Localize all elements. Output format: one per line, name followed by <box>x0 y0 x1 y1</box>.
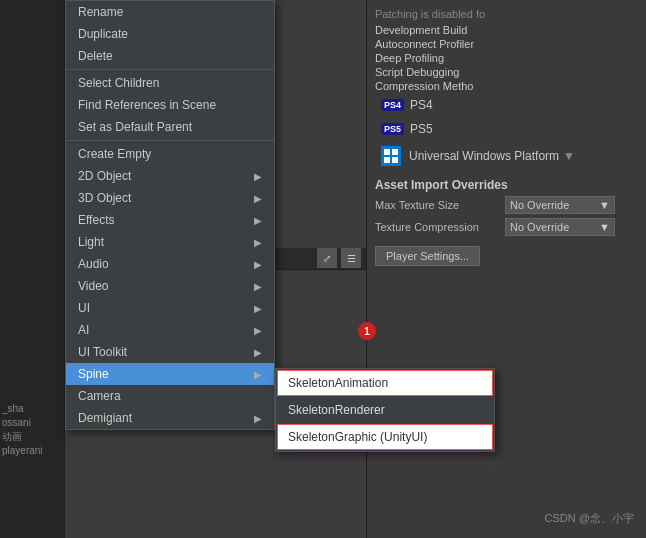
menu-item-ai-label: AI <box>78 323 89 337</box>
menu-item-camera[interactable]: Camera <box>66 385 274 407</box>
menu-item-camera-label: Camera <box>78 389 121 403</box>
menu-item-2d-object-label: 2D Object <box>78 169 131 183</box>
max-texture-row: Max Texture Size No Override ▼ <box>375 196 638 214</box>
arrow-demigiant: ▶ <box>254 413 262 424</box>
ps4-label: PS4 <box>410 98 433 112</box>
max-texture-arrow: ▼ <box>599 199 610 211</box>
ps4-platform-item[interactable]: PS4 PS4 <box>375 94 638 116</box>
menu-item-audio[interactable]: Audio ▶ <box>66 253 274 275</box>
menu-item-3d-object[interactable]: 3D Object ▶ <box>66 187 274 209</box>
arrow-audio: ▶ <box>254 259 262 270</box>
settings-icon[interactable]: ☰ <box>341 248 361 268</box>
autoconnect-label: Autoconnect Profiler <box>375 38 638 50</box>
texture-compression-value: No Override <box>510 221 569 233</box>
menu-item-select-children-label: Select Children <box>78 76 159 90</box>
texture-compression-label: Texture Compression <box>375 221 505 233</box>
deep-profiling-label: Deep Profiling <box>375 52 638 64</box>
max-texture-label: Max Texture Size <box>375 199 505 211</box>
menu-item-effects[interactable]: Effects ▶ <box>66 209 274 231</box>
svg-rect-1 <box>392 149 398 155</box>
sidebar-text-3: 动画 <box>2 430 43 444</box>
separator-1 <box>66 69 274 70</box>
menu-item-demigiant-label: Demigiant <box>78 411 132 425</box>
menu-item-set-default-parent[interactable]: Set as Default Parent <box>66 116 274 138</box>
player-settings-button[interactable]: Player Settings... <box>375 246 480 266</box>
menu-item-set-default-parent-label: Set as Default Parent <box>78 120 192 134</box>
submenu-skeleton-animation-label: SkeletonAnimation <box>288 376 388 390</box>
menu-item-select-children[interactable]: Select Children <box>66 72 274 94</box>
menu-item-ui[interactable]: UI ▶ <box>66 297 274 319</box>
menu-item-duplicate[interactable]: Duplicate <box>66 23 274 45</box>
menu-item-spine[interactable]: Spine ▶ <box>66 363 274 385</box>
left-sidebar: _sha ossani 动画 playerani <box>0 0 65 538</box>
menu-item-demigiant[interactable]: Demigiant ▶ <box>66 407 274 429</box>
ps5-label: PS5 <box>410 122 433 136</box>
menu-item-duplicate-label: Duplicate <box>78 27 128 41</box>
max-texture-dropdown[interactable]: No Override ▼ <box>505 196 615 214</box>
uwp-dropdown-arrow: ▼ <box>563 149 575 163</box>
ps4-badge: PS4 <box>381 99 404 111</box>
sidebar-text-1: _sha <box>2 402 43 416</box>
top-icons: ⤢ ☰ <box>317 248 361 268</box>
sidebar-text-4: playerani <box>2 444 43 458</box>
menu-item-rename[interactable]: Rename <box>66 1 274 23</box>
context-menu: Rename Duplicate Delete Select Children … <box>65 0 275 430</box>
arrow-ui-toolkit: ▶ <box>254 347 262 358</box>
arrow-light: ▶ <box>254 237 262 248</box>
menu-item-ui-toolkit-label: UI Toolkit <box>78 345 127 359</box>
arrow-effects: ▶ <box>254 215 262 226</box>
badge-1: 1 <box>358 322 376 340</box>
svg-rect-0 <box>384 149 390 155</box>
uwp-icon <box>381 146 401 166</box>
script-debugging-label: Script Debugging <box>375 66 638 78</box>
menu-item-video[interactable]: Video ▶ <box>66 275 274 297</box>
right-panel: Patching is disabled fo Development Buil… <box>366 0 646 538</box>
menu-item-delete[interactable]: Delete <box>66 45 274 67</box>
sidebar-text-2: ossani <box>2 416 43 430</box>
submenu-skeleton-graphic[interactable]: SkeletonGraphic (UnityUI) <box>277 424 493 450</box>
sidebar-text: _sha ossani 动画 playerani <box>2 402 43 458</box>
texture-compression-arrow: ▼ <box>599 221 610 233</box>
submenu-skeleton-renderer-label: SkeletonRenderer <box>288 403 385 417</box>
menu-item-light[interactable]: Light ▶ <box>66 231 274 253</box>
arrow-ai: ▶ <box>254 325 262 336</box>
menu-item-video-label: Video <box>78 279 108 293</box>
menu-item-create-empty-label: Create Empty <box>78 147 151 161</box>
arrow-spine: ▶ <box>254 369 262 380</box>
menu-item-2d-object[interactable]: 2D Object ▶ <box>66 165 274 187</box>
menu-item-rename-label: Rename <box>78 5 123 19</box>
submenu-skeleton-graphic-label: SkeletonGraphic (UnityUI) <box>288 430 427 444</box>
menu-item-find-references-label: Find References in Scene <box>78 98 216 112</box>
asset-import-header: Asset Import Overrides <box>375 178 638 192</box>
uwp-label: Universal Windows Platform <box>409 149 559 163</box>
menu-item-3d-object-label: 3D Object <box>78 191 131 205</box>
menu-item-audio-label: Audio <box>78 257 109 271</box>
submenu-skeleton-renderer[interactable]: SkeletonRenderer <box>277 397 493 423</box>
arrow-video: ▶ <box>254 281 262 292</box>
submenu-skeleton-animation[interactable]: SkeletonAnimation <box>277 370 493 396</box>
svg-rect-3 <box>392 157 398 163</box>
arrow-2d-object: ▶ <box>254 171 262 182</box>
csdn-watermark: CSDN @念、小宇 <box>545 511 634 526</box>
menu-item-ui-toolkit[interactable]: UI Toolkit ▶ <box>66 341 274 363</box>
texture-compression-row: Texture Compression No Override ▼ <box>375 218 638 236</box>
menu-item-light-label: Light <box>78 235 104 249</box>
patching-text: Patching is disabled fo <box>375 8 638 20</box>
menu-item-effects-label: Effects <box>78 213 114 227</box>
menu-item-delete-label: Delete <box>78 49 113 63</box>
texture-compression-dropdown[interactable]: No Override ▼ <box>505 218 615 236</box>
uwp-platform-item[interactable]: Universal Windows Platform ▼ <box>375 142 638 170</box>
max-texture-value: No Override <box>510 199 569 211</box>
arrow-ui: ▶ <box>254 303 262 314</box>
ps5-platform-item[interactable]: PS5 PS5 <box>375 118 638 140</box>
compression-label: Compression Metho <box>375 80 638 92</box>
arrow-3d-object: ▶ <box>254 193 262 204</box>
separator-2 <box>66 140 274 141</box>
menu-item-create-empty[interactable]: Create Empty <box>66 143 274 165</box>
dev-build-label: Development Build <box>375 24 638 36</box>
svg-rect-2 <box>384 157 390 163</box>
menu-item-find-references[interactable]: Find References in Scene <box>66 94 274 116</box>
menu-item-ui-label: UI <box>78 301 90 315</box>
menu-item-ai[interactable]: AI ▶ <box>66 319 274 341</box>
expand-icon[interactable]: ⤢ <box>317 248 337 268</box>
